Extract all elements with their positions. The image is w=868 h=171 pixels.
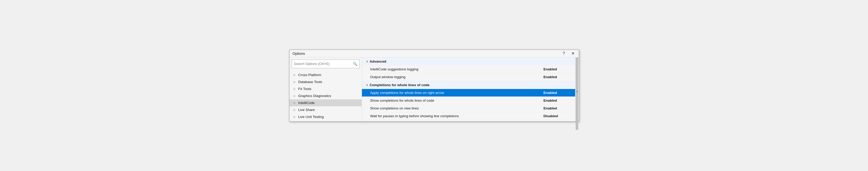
- dialog-title: Options: [292, 52, 305, 56]
- collapse-icon: ∨: [366, 83, 368, 87]
- sidebar-item-intellicode[interactable]: ▷ IntelliCode: [289, 99, 362, 106]
- close-button[interactable]: ✕: [570, 52, 576, 56]
- scrollbar: ∨: [575, 58, 579, 121]
- option-name: Output window logging: [370, 75, 544, 79]
- option-row-output-logging[interactable]: Output window logging Enabled: [362, 73, 579, 81]
- dialog-body: 🔍 ▷ Cross Platform ▷ Database Tools ▷ F#…: [289, 58, 579, 121]
- search-bar[interactable]: 🔍: [291, 60, 360, 68]
- options-dialog: Options ? ✕ 🔍 ▷ Cross Platform ▷ Databas…: [289, 50, 579, 122]
- chevron-right-icon: ▷: [293, 115, 297, 118]
- chevron-right-icon: ▷: [293, 95, 297, 97]
- option-name: Show completions on new lines: [370, 106, 544, 110]
- option-name: IntelliCode suggestions logging: [370, 67, 544, 71]
- section-advanced-header[interactable]: ∨ Advanced: [362, 58, 579, 65]
- option-value: Enabled: [544, 67, 575, 71]
- sidebar-item-label: Graphics Diagnostics: [298, 94, 332, 98]
- help-button[interactable]: ?: [562, 52, 566, 56]
- sidebar-item-label: IntelliCode: [298, 101, 315, 105]
- option-row-apply-completions[interactable]: Apply completions for whole lines on rig…: [362, 89, 579, 97]
- sidebar-item-label: Live Share: [298, 108, 315, 112]
- section-completions-title: Completions for whole lines of code: [370, 83, 430, 87]
- option-row-show-completions-new-lines[interactable]: Show completions on new lines Enabled: [362, 104, 579, 112]
- sidebar-item-database-tools[interactable]: ▷ Database Tools: [289, 78, 362, 86]
- option-value: Enabled: [544, 75, 575, 79]
- sidebar-item-label: Live Unit Testing: [298, 115, 324, 119]
- section-completions-header[interactable]: ∨ Completions for whole lines of code: [362, 81, 579, 89]
- sidebar-item-live-share[interactable]: ▷ Live Share: [289, 106, 362, 113]
- sidebar-item-label: F# Tools: [298, 87, 311, 91]
- chevron-right-icon: ▷: [293, 73, 297, 76]
- chevron-right-icon: ▷: [293, 101, 297, 104]
- sidebar-list: ▷ Cross Platform ▷ Database Tools ▷ F# T…: [289, 70, 362, 121]
- search-icon: 🔍: [353, 62, 357, 66]
- option-value: Enabled: [544, 99, 575, 102]
- option-name: Apply completions for whole lines on rig…: [370, 91, 544, 95]
- scrollbar-arrow-down[interactable]: ∨: [576, 89, 579, 94]
- search-input[interactable]: [294, 62, 353, 66]
- title-bar: Options ? ✕: [289, 50, 579, 58]
- sidebar-item-cross-platform[interactable]: ▷ Cross Platform: [289, 71, 362, 78]
- sidebar-item-live-unit-testing[interactable]: ▷ Live Unit Testing: [289, 113, 362, 120]
- title-bar-left: Options: [292, 52, 305, 56]
- option-name: Wait for pauses in typing before showing…: [370, 114, 544, 118]
- sidebar: 🔍 ▷ Cross Platform ▷ Database Tools ▷ F#…: [289, 58, 362, 121]
- section-advanced-title: Advanced: [370, 60, 386, 63]
- sidebar-item-label: Database Tools: [298, 80, 322, 84]
- option-row-intellicode-logging[interactable]: IntelliCode suggestions logging Enabled: [362, 65, 579, 73]
- title-bar-controls: ? ✕: [562, 52, 576, 56]
- sidebar-item-fsharp-tools[interactable]: ▷ F# Tools: [289, 86, 362, 92]
- option-value: Enabled: [544, 106, 575, 110]
- option-row-show-completions-whole[interactable]: Show completions for whole lines of code…: [362, 97, 579, 104]
- collapse-icon: ∨: [366, 60, 368, 63]
- chevron-right-icon: ▷: [293, 88, 297, 90]
- main-wrapper: ∨ Advanced IntelliCode suggestions loggi…: [362, 58, 579, 121]
- sidebar-item-label: Cross Platform: [298, 73, 321, 77]
- option-name: Show completions for whole lines of code: [370, 99, 544, 102]
- option-value: Enabled: [544, 91, 575, 95]
- chevron-right-icon: ▷: [293, 80, 297, 83]
- sidebar-item-graphics-diagnostics[interactable]: ▷ Graphics Diagnostics: [289, 92, 362, 99]
- content-area: ∨ Advanced IntelliCode suggestions loggi…: [362, 58, 579, 121]
- chevron-right-icon: ▷: [293, 108, 297, 111]
- option-value: Disabled: [544, 114, 575, 118]
- options-panel: ∨ Advanced IntelliCode suggestions loggi…: [362, 58, 579, 120]
- option-row-wait-for-pauses[interactable]: Wait for pauses in typing before showing…: [362, 112, 579, 120]
